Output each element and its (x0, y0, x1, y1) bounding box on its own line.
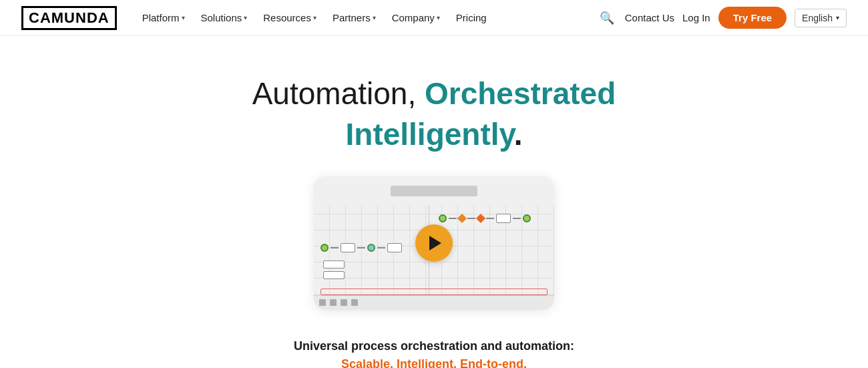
bpmn-right (439, 214, 531, 223)
search-icon: 🔍 (600, 11, 614, 25)
video-thumbnail[interactable] (314, 176, 554, 310)
hero-title-line2: Intelligently. (346, 117, 523, 152)
logo[interactable]: CAMUNDA (21, 6, 117, 30)
login-link[interactable]: Log In (682, 12, 710, 23)
partners-chevron-icon: ▾ (373, 14, 376, 21)
bpmn-right-flow (449, 218, 457, 219)
hero-title-line1: Automation, Orchestrated (252, 76, 616, 112)
bpmn-right-task (496, 214, 511, 223)
bpmn-seq-flow-3 (377, 247, 385, 248)
bpmn-seq-flow-1 (331, 247, 339, 248)
search-button[interactable]: 🔍 (597, 8, 617, 28)
toolbar-icon-2 (330, 299, 337, 306)
contact-link[interactable]: Contact Us (625, 12, 674, 23)
nav-item-platform[interactable]: Platform ▾ (136, 8, 192, 27)
nav-company-label: Company (392, 12, 435, 23)
bpmn-right-flow-4 (513, 218, 521, 219)
bpmn-task-3 (323, 260, 345, 268)
bpmn-right-event (439, 214, 447, 222)
play-button[interactable] (415, 224, 453, 262)
hero-subtitle-colored: Scalable. Intelligent. End-to-end. (341, 357, 527, 368)
bpmn-right-flow-3 (486, 218, 494, 219)
nav-item-company[interactable]: Company ▾ (385, 8, 447, 27)
video-toolbar (314, 295, 554, 310)
video-red-highlight (320, 289, 548, 295)
hero-teal-text-1: Orchestrated (425, 76, 616, 111)
video-inner (314, 176, 554, 310)
bpmn-task-1 (341, 243, 355, 252)
hero-subtitle: Universal process orchestration and auto… (294, 339, 574, 353)
nav-partners-label: Partners (333, 12, 371, 23)
bpmn-end-event (523, 214, 531, 222)
language-chevron-icon: ▾ (836, 14, 839, 21)
language-selector[interactable]: English ▾ (795, 9, 847, 27)
bpmn-start-event (320, 244, 329, 252)
play-icon (429, 236, 441, 250)
bpmn-event-2 (367, 244, 375, 252)
try-free-button[interactable]: Try Free (718, 7, 787, 29)
language-label: English (802, 13, 833, 23)
solutions-chevron-icon: ▾ (244, 14, 247, 21)
video-topbar (391, 186, 477, 196)
platform-chevron-icon: ▾ (182, 14, 185, 21)
nav-item-pricing[interactable]: Pricing (449, 8, 493, 27)
nav-item-solutions[interactable]: Solutions ▾ (194, 8, 254, 27)
bpmn-gateway-2 (476, 214, 485, 223)
nav-item-partners[interactable]: Partners ▾ (326, 8, 383, 27)
navbar: CAMUNDA Platform ▾ Solutions ▾ Resources… (0, 0, 868, 36)
nav-pricing-label: Pricing (456, 12, 487, 23)
bpmn-seq-flow-2 (357, 247, 365, 248)
toolbar-icon-1 (319, 299, 326, 306)
hero-dot: . (514, 117, 523, 152)
nav-item-resources[interactable]: Resources ▾ (256, 8, 323, 27)
nav-platform-label: Platform (142, 12, 180, 23)
nav-resources-label: Resources (263, 12, 311, 23)
hero-teal-text-2: Intelligently (346, 117, 514, 152)
bpmn-row-1 (320, 243, 402, 252)
bpmn-task-2 (387, 243, 402, 252)
bpmn-gateway-1 (457, 214, 467, 223)
toolbar-icon-3 (341, 299, 347, 306)
bpmn-right-flow-2 (467, 218, 475, 219)
nav-solutions-label: Solutions (201, 12, 242, 23)
nav-right: 🔍 Contact Us Log In Try Free English ▾ (597, 7, 847, 29)
nav-links: Platform ▾ Solutions ▾ Resources ▾ Partn… (136, 8, 597, 27)
toolbar-icon-4 (351, 299, 358, 306)
hero-section: Automation, Orchestrated Intelligently. (0, 36, 868, 368)
bpmn-row-2 (323, 260, 345, 279)
bpmn-task-4 (323, 271, 345, 279)
company-chevron-icon: ▾ (437, 14, 440, 21)
hero-plain-text: Automation, (252, 76, 425, 111)
resources-chevron-icon: ▾ (313, 14, 316, 21)
